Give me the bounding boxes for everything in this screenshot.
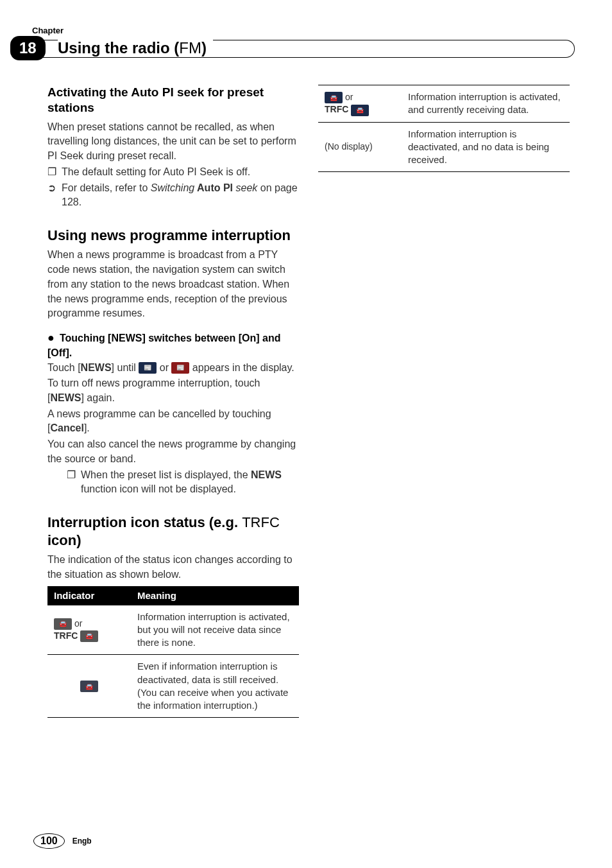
meaning-cell: Information interruption is activated, b… (131, 605, 299, 655)
list-marker-icon: ❐ (47, 165, 62, 180)
instruction-heading: ●Touching [NEWS] switches between [On] a… (47, 330, 299, 361)
table-header-meaning: Meaning (131, 586, 299, 605)
text-fragment: or (72, 618, 82, 629)
auto-pi-bullet-1: ❐ The default setting for Auto PI Seek i… (47, 165, 299, 180)
text-bold: Cancel (50, 422, 83, 433)
text-fragment: For details, refer to (62, 182, 151, 193)
section-heading-interruption-icon: Interruption icon status (e.g. TRFC icon… (47, 514, 299, 549)
text-fragment: ]. (84, 422, 90, 433)
car-blue-active-icon: 🚘 (351, 105, 369, 116)
indicator-cell: 🚘 (47, 655, 131, 718)
icon-status-paragraph: The indication of the status icon change… (47, 553, 299, 582)
car-blue-active-icon: 🚘 (325, 92, 343, 103)
chapter-title-close: ) (201, 39, 207, 56)
section-heading-auto-pi: Activating the Auto PI seek for preset s… (47, 85, 299, 116)
chapter-number-tab: 18 (10, 36, 46, 60)
text-fragment: function icon will not be displayed. (81, 483, 236, 494)
text-bold: NEWS (50, 392, 81, 403)
auto-pi-paragraph: When preset stations cannot be recalled,… (47, 120, 299, 164)
list-marker-icon: ❐ (67, 468, 81, 497)
status-table-left: Indicator Meaning 🚘 or TRFC 🚘 Informatio… (47, 586, 299, 718)
auto-pi-bullet-2: ➲ For details, refer to Switching Auto P… (47, 181, 299, 210)
cancel-news-paragraph: A news programme can be cancelled by tou… (47, 407, 299, 436)
text-bold: NEWS (251, 469, 282, 480)
right-column: 🚘 or TRFC 🚘 Information interruption is … (318, 85, 570, 718)
text-bold: Auto PI (194, 182, 235, 193)
text-italic: Switching (151, 182, 194, 193)
bullet-dot-icon: ● (47, 331, 55, 344)
table-header-row: Indicator Meaning (47, 586, 299, 605)
pointer-icon: ➲ (47, 181, 62, 210)
text-fragment: When the preset list is displayed, the (81, 469, 251, 480)
page-footer: 100 Engb (33, 833, 92, 849)
text-fragment: Touch [ (47, 362, 81, 373)
text-fragment: icon) (47, 532, 81, 548)
left-column: Activating the Auto PI seek for preset s… (47, 85, 299, 718)
language-code: Engb (72, 837, 92, 846)
text-light: TRFC (242, 514, 280, 530)
indicator-cell: (No display) (318, 122, 402, 172)
news-interruption-paragraph: When a news programme is broadcast from … (47, 248, 299, 321)
text-fragment: ] until (112, 362, 139, 373)
chapter-title: Using the radio (FM) (58, 39, 213, 57)
trfc-label: TRFC (54, 630, 80, 641)
chapter-title-main: Using the radio ( (58, 39, 179, 56)
text-italic: seek (236, 182, 258, 193)
table-row: 🚘 or TRFC 🚘 Information interruption is … (318, 85, 570, 123)
text-fragment: or (157, 362, 171, 373)
cancel-source-paragraph: You can also cancel the news programme b… (47, 437, 299, 466)
car-grey-icon: 🚘 (54, 618, 72, 630)
car-dark-icon: 🚘 (80, 681, 98, 692)
trfc-label: TRFC (325, 104, 351, 114)
bullet-text: The default setting for Auto PI Seek is … (62, 165, 299, 180)
text-fragment: Interruption icon status (e.g. (47, 514, 242, 530)
turn-off-news-paragraph: To turn off news programme interruption,… (47, 376, 299, 405)
meaning-cell: Information interruption is activated, a… (402, 85, 570, 123)
indicator-cell: 🚘 or TRFC 🚘 (318, 85, 402, 123)
text-fragment: or (343, 92, 353, 102)
note-preset-list: ❐ When the preset list is displayed, the… (47, 468, 299, 497)
touch-news-paragraph: Touch [NEWS] until 📰 or 📰 appears in the… (47, 361, 299, 376)
news-blue-icon: 📰 (139, 362, 157, 374)
instruction-text: Touching [NEWS] switches between [On] an… (47, 333, 280, 358)
text-fragment: ] again. (81, 392, 114, 403)
chapter-label: Chapter (32, 26, 64, 35)
car-grey-icon: 🚘 (80, 630, 98, 642)
text-bold: NEWS (81, 362, 112, 373)
status-table-right: 🚘 or TRFC 🚘 Information interruption is … (318, 85, 570, 172)
chapter-title-light: FM (179, 39, 201, 56)
meaning-cell: Even if information interruption is deac… (131, 655, 299, 718)
table-row: 🚘 Even if information interruption is de… (47, 655, 299, 718)
bullet-text: For details, refer to Switching Auto PI … (62, 181, 299, 210)
table-row: 🚘 or TRFC 🚘 Information interruption is … (47, 605, 299, 655)
section-heading-news-interruption: Using news programme interruption (47, 227, 299, 245)
table-row: (No display) Information interruption is… (318, 122, 570, 172)
news-red-icon: 📰 (171, 362, 189, 374)
note-text: When the preset list is displayed, the N… (81, 468, 299, 497)
page-number: 100 (33, 833, 65, 849)
indicator-cell: 🚘 or TRFC 🚘 (47, 605, 131, 655)
table-header-indicator: Indicator (47, 586, 131, 605)
text-fragment: appears in the display. (189, 362, 294, 373)
meaning-cell: Information interruption is deactivated,… (402, 122, 570, 172)
